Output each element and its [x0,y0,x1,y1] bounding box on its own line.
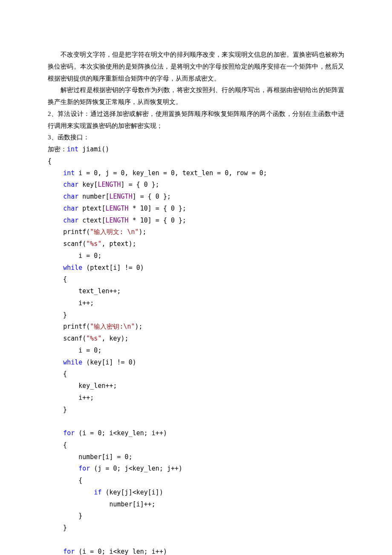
code-for-inner: for (j = 0; j<key_len; j++) [48,463,344,475]
code-printf-key: printf("输入密钥:\n"); [48,321,344,333]
code-while-ptext: while (ptext[i] != 0) [48,262,344,274]
str-tail: : \n" [119,228,138,236]
macro-length: LENGTH [98,181,121,188]
txt: ] = { 0 }; [121,181,159,188]
rest: , key); [101,335,128,342]
kw-for: for [63,429,75,437]
code-scanf-ptext: scanf("%s", ptext); [48,238,344,250]
kw-char: char [63,193,78,200]
macro-length: LENGTH [110,193,133,200]
paragraph-2: 解密过程是根据密钥的字母数作为列数，将密文按照列、行的顺序写出，再根据由密钥给出… [48,84,344,108]
rest: (j = 0; j<key_len; j++) [90,465,182,472]
kw-char: char [63,181,78,188]
code-scanf-key: scanf("%s", key); [48,333,344,345]
code-brace-close: } [48,309,344,321]
label-encrypt-prefix: 加密： [48,145,67,153]
str-body: 输入明文 [94,228,119,236]
code-i-reset-2: i = 0; [48,345,344,357]
txt: ] = { 0 }; [133,193,171,200]
code-blank [48,534,344,546]
txt: ctext[ [78,217,105,224]
code-for-outer: for (i = 0; i<key_len; i++) [48,428,344,439]
code-brace-open: { [48,439,344,451]
code-brace-open: { [48,274,344,286]
kw-if: if [94,489,101,496]
rest: (ptext[i] != 0) [82,264,144,272]
code-number-i-0: number[i] = 0; [48,451,344,463]
txt: ptext[ [78,205,105,212]
txt: number[ [78,193,109,200]
kw-while: while [63,358,82,366]
kw-int: int [67,145,78,153]
code-if: if (key[j]<key[i]) [48,487,344,499]
txt: key[ [78,181,98,188]
paragraph-1: 不改变明文字符，但是把字符在明文中的排列顺序改变，来实现明文信息的加密。置换密码… [48,49,344,84]
close: ); [139,228,147,236]
rest: (key[j]<key[i]) [101,489,163,496]
code-decl-ptext: char ptext[LENGTH * 10] = { 0 }; [48,203,344,215]
code-i-reset-1: i = 0; [48,250,344,262]
code-blank [48,416,344,428]
fn-printf: printf( [63,323,90,330]
kw-int: int [63,169,75,177]
kw-for: for [63,548,75,555]
str-pct-s: "%s" [86,240,101,248]
code-brace-close-2: } [48,510,344,522]
str-body: 输入密钥 [94,323,119,330]
rest: (key[i] != 0) [82,358,136,366]
code-decl-ctext: char ctext[LENGTH * 10] = { 0 }; [48,215,344,227]
macro-length: LENGTH [105,205,128,212]
code-printf-plain: printf("输入明文: \n"); [48,226,344,238]
code-i-pp: i++; [48,392,344,404]
kw-char: char [63,205,78,212]
rest: (i = 0; i<key_len; i++) [75,429,167,437]
kw-char: char [63,217,78,224]
code-textlen-pp: text_len++; [48,286,344,298]
code-for-last: for (i = 0; i<key_len; i++) [48,546,344,555]
txt: * 10] = { 0 }; [129,217,186,224]
code-number-i-pp: number[i]++; [48,499,344,511]
code-fn-signature: 加密：int jiami() [48,144,344,156]
code-decl-number: char number[LENGTH] = { 0 }; [48,191,344,203]
code-keylen-pp: key_len++; [48,380,344,392]
fn-sig-rest: jiami() [78,145,109,153]
document-page: 不改变明文字符，但是把字符在明文中的排列顺序改变，来实现明文信息的加密。置换密码… [0,0,392,555]
code-brace-close-3: } [48,522,344,534]
fn-printf: printf( [63,228,90,236]
paragraph-3: 2、算法设计：通过选择加密或解密，使用置换矩阵顺序和恢复矩阵顺序的两个函数，分别… [48,108,344,132]
rest: , ptext); [101,240,136,248]
code-brace-close: } [48,404,344,416]
decl-int-rest: i = 0, j = 0, key_len = 0, text_len = 0,… [75,169,267,177]
str-pct-s: "%s" [86,335,101,342]
code-decl-key: char key[LENGTH] = { 0 }; [48,179,344,191]
rest: (i = 0; i<key_len; i++) [75,548,167,555]
str-tail: :\n" [119,323,135,330]
code-brace-open-2: { [48,475,344,487]
code-decl-ints: int i = 0, j = 0, key_len = 0, text_len … [48,168,344,179]
code-i-pp: i++; [48,298,344,309]
code-while-key: while (key[i] != 0) [48,357,344,369]
paragraph-4: 3、函数接口： [48,132,344,144]
fn-scanf: scanf( [63,335,86,342]
fn-scanf: scanf( [63,240,86,248]
macro-length: LENGTH [105,217,128,224]
close: ); [135,323,143,330]
txt: * 10] = { 0 }; [129,205,186,212]
code-open-brace: { [48,156,344,168]
code-brace-open: { [48,368,344,380]
kw-while: while [63,264,82,272]
kw-for: for [78,465,90,472]
